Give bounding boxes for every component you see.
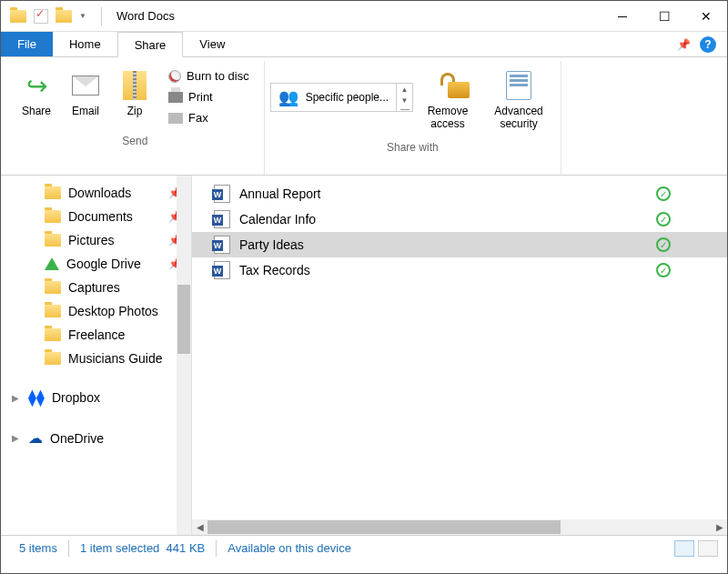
printer-icon — [168, 92, 183, 103]
status-availability[interactable]: Available on this device — [218, 541, 360, 555]
sidebar-scrollbar[interactable] — [177, 176, 191, 535]
scroll-right-icon[interactable]: ▶ — [712, 522, 727, 532]
checklist-icon — [506, 71, 531, 100]
horizontal-scrollbar[interactable]: ◀ ▶ — [192, 519, 727, 535]
dropbox-icon: ⧫⧫ — [28, 388, 45, 408]
sync-ok-icon: ✓ — [656, 186, 671, 201]
navigation-pane: Downloads📌 Documents📌 Pictures📌 Google D… — [1, 176, 192, 535]
qat-folder-icon[interactable] — [56, 10, 72, 23]
sidebar-item-desktop-photos[interactable]: Desktop Photos — [1, 299, 191, 323]
tab-home[interactable]: Home — [53, 32, 117, 56]
ribbon: ↪ Share Email Zip Burn to disc Print Fax… — [1, 57, 727, 176]
sidebar-item-onedrive[interactable]: ▶☁OneDrive — [1, 425, 191, 451]
scroll-left-icon[interactable]: ◀ — [192, 522, 207, 532]
minimize-ribbon-icon[interactable]: 📌 — [677, 38, 691, 51]
fax-icon — [168, 113, 183, 124]
window-title: Word Docs — [116, 9, 175, 23]
sidebar-item-captures[interactable]: Captures — [1, 276, 191, 299]
content-area: Downloads📌 Documents📌 Pictures📌 Google D… — [1, 176, 727, 535]
word-doc-icon — [214, 185, 230, 203]
folder-icon — [45, 210, 61, 223]
zip-button[interactable]: Zip — [110, 65, 159, 123]
zip-icon — [123, 71, 147, 100]
tab-view[interactable]: View — [183, 32, 241, 56]
maximize-button[interactable]: ☐ — [643, 1, 685, 32]
file-row[interactable]: Tax Records✓ — [192, 257, 727, 283]
details-view-button[interactable] — [674, 540, 694, 557]
separator — [101, 7, 102, 25]
print-button[interactable]: Print — [163, 87, 255, 106]
folder-icon — [45, 305, 61, 317]
folder-icon — [45, 186, 61, 199]
status-selected[interactable]: 1 item selected 441 KB — [71, 541, 214, 555]
sync-ok-icon: ✓ — [656, 212, 671, 227]
share-arrow-icon: ↪ — [21, 70, 52, 101]
share-button[interactable]: ↪ Share — [12, 65, 61, 123]
share-label: Share — [22, 105, 51, 117]
thumbnails-view-button[interactable] — [698, 540, 718, 557]
help-icon[interactable]: ? — [700, 36, 716, 53]
email-label: Email — [72, 105, 99, 117]
folder-icon — [45, 352, 61, 365]
qat-check-icon[interactable]: ✓ — [34, 9, 48, 24]
file-list-pane: Annual Report✓ Calendar Info✓ Party Idea… — [192, 176, 727, 535]
email-button[interactable]: Email — [61, 65, 110, 123]
sidebar-item-pictures[interactable]: Pictures📌 — [1, 228, 191, 252]
file-row[interactable]: Party Ideas✓ — [192, 232, 727, 257]
folder-icon — [45, 328, 61, 341]
burn-button[interactable]: Burn to disc — [163, 66, 255, 86]
word-doc-icon — [214, 261, 230, 279]
status-item-count[interactable]: 5 items — [10, 541, 66, 555]
disc-icon — [168, 70, 181, 83]
folder-icon — [45, 281, 61, 294]
minimize-button[interactable]: ─ — [602, 1, 643, 32]
file-row[interactable]: Annual Report✓ — [192, 181, 727, 206]
advanced-security-button[interactable]: Advanced security — [482, 65, 555, 136]
lock-icon — [437, 73, 459, 98]
sidebar-item-dropbox[interactable]: ▶⧫⧫Dropbox — [1, 383, 191, 412]
file-row[interactable]: Calendar Info✓ — [192, 206, 727, 232]
share-with-dropdown[interactable]: ▲ ▼ — [397, 83, 413, 112]
envelope-icon — [72, 76, 99, 96]
gdrive-icon — [45, 257, 59, 270]
folder-icon — [45, 234, 61, 247]
advanced-security-label: Advanced security — [491, 105, 546, 130]
zip-label: Zip — [127, 105, 143, 117]
specific-people-button[interactable]: 👥 Specific people... — [270, 83, 397, 112]
word-doc-icon — [214, 236, 230, 254]
title-bar: ✓ ▼ Word Docs ─ ☐ ✕ — [1, 1, 727, 32]
group-share-with: 👥 Specific people... ▲ ▼ Remove access A… — [265, 61, 561, 175]
group-send: ↪ Share Email Zip Burn to disc Print Fax… — [6, 61, 265, 175]
fax-button[interactable]: Fax — [163, 108, 255, 127]
close-button[interactable]: ✕ — [685, 1, 727, 32]
tab-file[interactable]: File — [1, 32, 53, 56]
chevron-right-icon[interactable]: ▶ — [12, 393, 19, 403]
sidebar-item-downloads[interactable]: Downloads📌 — [1, 181, 191, 205]
sidebar-item-documents[interactable]: Documents📌 — [1, 205, 191, 228]
people-icon: 👥 — [278, 87, 298, 107]
word-doc-icon — [214, 210, 230, 228]
onedrive-icon: ☁ — [28, 429, 43, 447]
chevron-right-icon[interactable]: ▶ — [12, 433, 19, 443]
tab-share[interactable]: Share — [117, 32, 184, 57]
status-bar: 5 items 1 item selected 441 KB Available… — [1, 535, 727, 560]
remove-access-label: Remove access — [422, 105, 473, 130]
app-folder-icon — [10, 10, 26, 23]
sync-ok-icon: ✓ — [656, 263, 671, 277]
share-with-group-label: Share with — [387, 139, 439, 159]
sync-ok-icon: ✓ — [656, 237, 671, 252]
qat-dropdown-icon[interactable]: ▼ — [79, 12, 86, 20]
sidebar-item-musicians-guide[interactable]: Musicians Guide — [1, 347, 191, 370]
ribbon-tabs: File Home Share View 📌 ? — [1, 32, 727, 57]
sidebar-item-google-drive[interactable]: Google Drive📌 — [1, 252, 191, 276]
remove-access-button[interactable]: Remove access — [413, 65, 482, 136]
send-group-label: Send — [122, 133, 147, 153]
sidebar-item-freelance[interactable]: Freelance — [1, 323, 191, 347]
